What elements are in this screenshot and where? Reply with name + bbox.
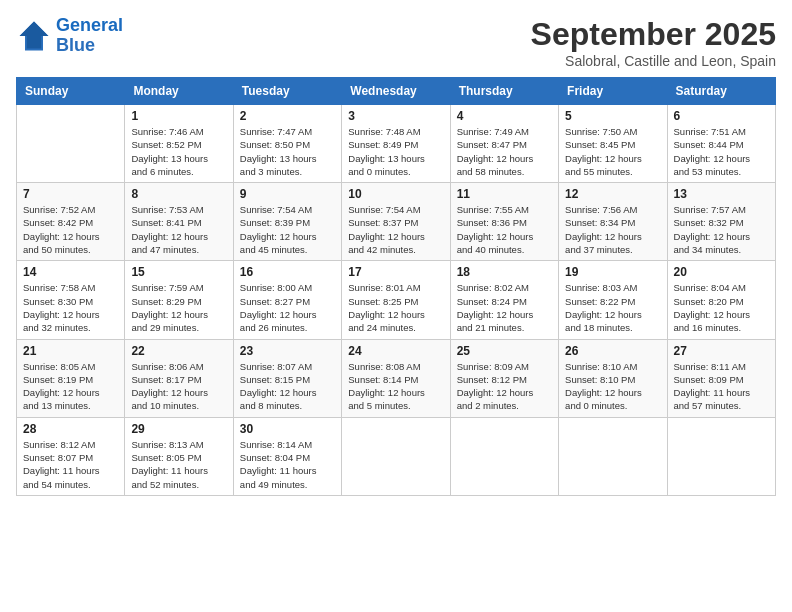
weekday-header: Saturday xyxy=(667,78,775,105)
calendar: SundayMondayTuesdayWednesdayThursdayFrid… xyxy=(16,77,776,496)
calendar-week-row: 7Sunrise: 7:52 AM Sunset: 8:42 PM Daylig… xyxy=(17,183,776,261)
day-info: Sunrise: 8:07 AM Sunset: 8:15 PM Dayligh… xyxy=(240,360,335,413)
day-info: Sunrise: 7:51 AM Sunset: 8:44 PM Dayligh… xyxy=(674,125,769,178)
svg-marker-1 xyxy=(20,21,49,48)
calendar-cell: 11Sunrise: 7:55 AM Sunset: 8:36 PM Dayli… xyxy=(450,183,558,261)
day-info: Sunrise: 7:56 AM Sunset: 8:34 PM Dayligh… xyxy=(565,203,660,256)
calendar-cell: 4Sunrise: 7:49 AM Sunset: 8:47 PM Daylig… xyxy=(450,105,558,183)
calendar-cell: 24Sunrise: 8:08 AM Sunset: 8:14 PM Dayli… xyxy=(342,339,450,417)
weekday-header: Sunday xyxy=(17,78,125,105)
day-info: Sunrise: 8:05 AM Sunset: 8:19 PM Dayligh… xyxy=(23,360,118,413)
day-info: Sunrise: 7:48 AM Sunset: 8:49 PM Dayligh… xyxy=(348,125,443,178)
day-number: 4 xyxy=(457,109,552,123)
day-number: 3 xyxy=(348,109,443,123)
calendar-cell xyxy=(17,105,125,183)
calendar-cell: 6Sunrise: 7:51 AM Sunset: 8:44 PM Daylig… xyxy=(667,105,775,183)
day-info: Sunrise: 7:49 AM Sunset: 8:47 PM Dayligh… xyxy=(457,125,552,178)
day-info: Sunrise: 7:55 AM Sunset: 8:36 PM Dayligh… xyxy=(457,203,552,256)
calendar-cell xyxy=(559,417,667,495)
calendar-cell: 29Sunrise: 8:13 AM Sunset: 8:05 PM Dayli… xyxy=(125,417,233,495)
calendar-cell: 17Sunrise: 8:01 AM Sunset: 8:25 PM Dayli… xyxy=(342,261,450,339)
logo-line2: Blue xyxy=(56,35,95,55)
day-number: 14 xyxy=(23,265,118,279)
calendar-week-row: 28Sunrise: 8:12 AM Sunset: 8:07 PM Dayli… xyxy=(17,417,776,495)
title-block: September 2025 Salobral, Castille and Le… xyxy=(531,16,776,69)
calendar-cell: 15Sunrise: 7:59 AM Sunset: 8:29 PM Dayli… xyxy=(125,261,233,339)
logo-line1: General xyxy=(56,15,123,35)
calendar-cell: 21Sunrise: 8:05 AM Sunset: 8:19 PM Dayli… xyxy=(17,339,125,417)
calendar-cell: 22Sunrise: 8:06 AM Sunset: 8:17 PM Dayli… xyxy=(125,339,233,417)
weekday-header: Tuesday xyxy=(233,78,341,105)
day-info: Sunrise: 7:53 AM Sunset: 8:41 PM Dayligh… xyxy=(131,203,226,256)
weekday-header: Thursday xyxy=(450,78,558,105)
day-number: 20 xyxy=(674,265,769,279)
day-number: 29 xyxy=(131,422,226,436)
day-info: Sunrise: 8:08 AM Sunset: 8:14 PM Dayligh… xyxy=(348,360,443,413)
logo-icon xyxy=(16,18,52,54)
page-header: General Blue September 2025 Salobral, Ca… xyxy=(16,16,776,69)
calendar-cell: 28Sunrise: 8:12 AM Sunset: 8:07 PM Dayli… xyxy=(17,417,125,495)
calendar-cell xyxy=(667,417,775,495)
day-number: 18 xyxy=(457,265,552,279)
day-number: 30 xyxy=(240,422,335,436)
day-info: Sunrise: 7:58 AM Sunset: 8:30 PM Dayligh… xyxy=(23,281,118,334)
day-info: Sunrise: 7:50 AM Sunset: 8:45 PM Dayligh… xyxy=(565,125,660,178)
day-info: Sunrise: 8:11 AM Sunset: 8:09 PM Dayligh… xyxy=(674,360,769,413)
calendar-cell: 5Sunrise: 7:50 AM Sunset: 8:45 PM Daylig… xyxy=(559,105,667,183)
day-number: 19 xyxy=(565,265,660,279)
day-number: 8 xyxy=(131,187,226,201)
calendar-cell xyxy=(342,417,450,495)
day-info: Sunrise: 8:04 AM Sunset: 8:20 PM Dayligh… xyxy=(674,281,769,334)
day-number: 11 xyxy=(457,187,552,201)
calendar-cell: 7Sunrise: 7:52 AM Sunset: 8:42 PM Daylig… xyxy=(17,183,125,261)
calendar-week-row: 1Sunrise: 7:46 AM Sunset: 8:52 PM Daylig… xyxy=(17,105,776,183)
calendar-cell: 8Sunrise: 7:53 AM Sunset: 8:41 PM Daylig… xyxy=(125,183,233,261)
calendar-cell: 30Sunrise: 8:14 AM Sunset: 8:04 PM Dayli… xyxy=(233,417,341,495)
calendar-cell: 1Sunrise: 7:46 AM Sunset: 8:52 PM Daylig… xyxy=(125,105,233,183)
day-number: 22 xyxy=(131,344,226,358)
calendar-cell: 3Sunrise: 7:48 AM Sunset: 8:49 PM Daylig… xyxy=(342,105,450,183)
day-number: 7 xyxy=(23,187,118,201)
day-info: Sunrise: 8:13 AM Sunset: 8:05 PM Dayligh… xyxy=(131,438,226,491)
day-info: Sunrise: 7:59 AM Sunset: 8:29 PM Dayligh… xyxy=(131,281,226,334)
day-number: 23 xyxy=(240,344,335,358)
calendar-cell: 10Sunrise: 7:54 AM Sunset: 8:37 PM Dayli… xyxy=(342,183,450,261)
day-number: 9 xyxy=(240,187,335,201)
day-number: 15 xyxy=(131,265,226,279)
weekday-header: Monday xyxy=(125,78,233,105)
day-info: Sunrise: 7:54 AM Sunset: 8:37 PM Dayligh… xyxy=(348,203,443,256)
location: Salobral, Castille and Leon, Spain xyxy=(531,53,776,69)
day-number: 21 xyxy=(23,344,118,358)
calendar-cell: 20Sunrise: 8:04 AM Sunset: 8:20 PM Dayli… xyxy=(667,261,775,339)
logo: General Blue xyxy=(16,16,123,56)
day-info: Sunrise: 8:12 AM Sunset: 8:07 PM Dayligh… xyxy=(23,438,118,491)
day-number: 2 xyxy=(240,109,335,123)
day-number: 10 xyxy=(348,187,443,201)
day-number: 25 xyxy=(457,344,552,358)
calendar-cell: 27Sunrise: 8:11 AM Sunset: 8:09 PM Dayli… xyxy=(667,339,775,417)
day-number: 5 xyxy=(565,109,660,123)
day-info: Sunrise: 7:57 AM Sunset: 8:32 PM Dayligh… xyxy=(674,203,769,256)
calendar-cell: 13Sunrise: 7:57 AM Sunset: 8:32 PM Dayli… xyxy=(667,183,775,261)
day-info: Sunrise: 8:10 AM Sunset: 8:10 PM Dayligh… xyxy=(565,360,660,413)
calendar-cell xyxy=(450,417,558,495)
calendar-cell: 16Sunrise: 8:00 AM Sunset: 8:27 PM Dayli… xyxy=(233,261,341,339)
calendar-cell: 14Sunrise: 7:58 AM Sunset: 8:30 PM Dayli… xyxy=(17,261,125,339)
day-info: Sunrise: 8:02 AM Sunset: 8:24 PM Dayligh… xyxy=(457,281,552,334)
day-number: 24 xyxy=(348,344,443,358)
calendar-cell: 18Sunrise: 8:02 AM Sunset: 8:24 PM Dayli… xyxy=(450,261,558,339)
calendar-cell: 26Sunrise: 8:10 AM Sunset: 8:10 PM Dayli… xyxy=(559,339,667,417)
logo-text: General Blue xyxy=(56,16,123,56)
calendar-cell: 23Sunrise: 8:07 AM Sunset: 8:15 PM Dayli… xyxy=(233,339,341,417)
calendar-cell: 25Sunrise: 8:09 AM Sunset: 8:12 PM Dayli… xyxy=(450,339,558,417)
day-number: 6 xyxy=(674,109,769,123)
day-number: 13 xyxy=(674,187,769,201)
day-info: Sunrise: 7:47 AM Sunset: 8:50 PM Dayligh… xyxy=(240,125,335,178)
day-info: Sunrise: 8:03 AM Sunset: 8:22 PM Dayligh… xyxy=(565,281,660,334)
day-number: 28 xyxy=(23,422,118,436)
day-number: 17 xyxy=(348,265,443,279)
day-info: Sunrise: 8:14 AM Sunset: 8:04 PM Dayligh… xyxy=(240,438,335,491)
day-number: 12 xyxy=(565,187,660,201)
day-info: Sunrise: 8:06 AM Sunset: 8:17 PM Dayligh… xyxy=(131,360,226,413)
day-info: Sunrise: 7:46 AM Sunset: 8:52 PM Dayligh… xyxy=(131,125,226,178)
